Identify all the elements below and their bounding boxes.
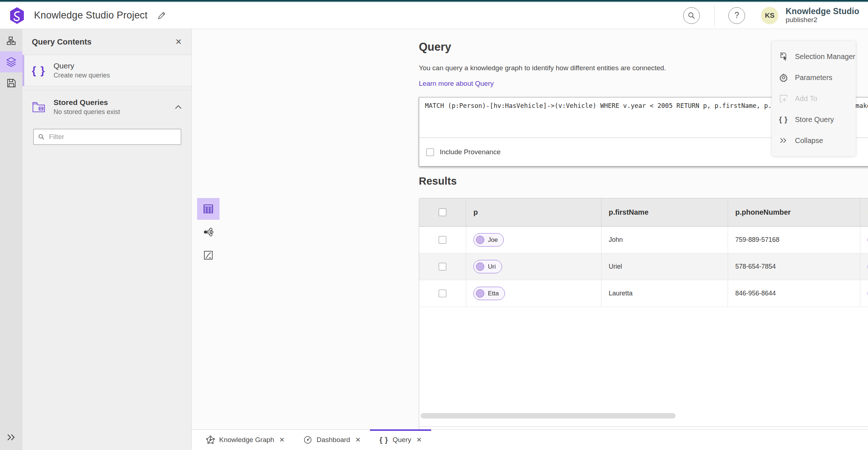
user-name: publisher2 bbox=[786, 16, 859, 24]
close-tab-icon[interactable]: ✕ bbox=[279, 436, 285, 444]
panel-item-query[interactable]: { } Query Create new queries bbox=[22, 55, 191, 86]
entity-pill[interactable]: Joe bbox=[473, 233, 504, 247]
close-icon[interactable]: ✕ bbox=[175, 37, 182, 47]
entity-dot-icon bbox=[476, 289, 484, 298]
learn-more-link[interactable]: Learn more about Query bbox=[419, 80, 494, 88]
collapse-label: Collapse bbox=[795, 136, 823, 145]
filter-field bbox=[33, 129, 181, 145]
graph-view-icon[interactable] bbox=[197, 221, 220, 243]
selection-manager-button[interactable]: Selection Manager bbox=[772, 46, 856, 67]
row-checkbox[interactable] bbox=[439, 263, 446, 270]
gear-icon bbox=[779, 73, 790, 82]
entity-pill[interactable]: Etta bbox=[473, 287, 505, 300]
parameters-button[interactable]: Parameters bbox=[772, 67, 856, 88]
add-to-button: Add To bbox=[772, 88, 856, 109]
app-logo-icon[interactable] bbox=[9, 7, 25, 25]
tab-label: Dashboard bbox=[316, 436, 350, 444]
entity-dot-icon bbox=[476, 236, 484, 244]
cell-phonenumber: 759-889-57168 bbox=[728, 227, 860, 253]
results-table-card: p p.firstName p.phoneNumber hv Joe John … bbox=[419, 198, 868, 450]
store-query-label: Store Query bbox=[795, 115, 834, 124]
header-divider bbox=[714, 5, 715, 26]
table-row[interactable]: Etta Lauretta 846-956-8644 →HasVehicle bbox=[419, 280, 868, 307]
entity-label: Uri bbox=[488, 263, 496, 270]
tab-label: Query bbox=[392, 436, 411, 444]
chevron-up-icon[interactable] bbox=[175, 105, 182, 109]
cell-firstname: John bbox=[601, 227, 728, 253]
query-page-title: Query bbox=[419, 41, 451, 54]
column-header-hv[interactable]: hv bbox=[860, 198, 868, 226]
table-row[interactable]: Uri Uriel 578-654-7854 →HasVehicle bbox=[419, 253, 868, 280]
selection-manager-label: Selection Manager bbox=[795, 52, 855, 61]
help-icon[interactable]: ? bbox=[728, 7, 745, 24]
braces-icon: { } bbox=[32, 64, 48, 77]
column-header-phonenumber[interactable]: p.phoneNumber bbox=[728, 198, 860, 226]
add-to-icon bbox=[779, 94, 790, 103]
stored-queries-subtitle: No stored queries exist bbox=[54, 108, 120, 116]
panel-title: Query Contents bbox=[32, 37, 92, 47]
braces-icon: { } bbox=[379, 436, 388, 444]
dashboard-icon bbox=[303, 436, 312, 444]
search-icon[interactable] bbox=[683, 7, 700, 24]
query-contents-panel: Query Contents ✕ { } Query Create new qu… bbox=[22, 29, 192, 450]
hierarchy-icon[interactable] bbox=[0, 30, 22, 51]
panel-item-stored-queries[interactable]: Stored Queries No stored queries exist bbox=[22, 92, 191, 122]
close-tab-icon[interactable]: ✕ bbox=[416, 436, 422, 444]
collapse-icon bbox=[779, 137, 790, 144]
filter-input[interactable] bbox=[49, 133, 176, 141]
horizontal-scrollbar[interactable] bbox=[421, 413, 676, 419]
tools-side-menu: Selection Manager Parameters Add To { } … bbox=[772, 41, 856, 156]
project-title: Knowledge Studio Project bbox=[34, 10, 148, 21]
cell-phonenumber: 578-654-7854 bbox=[728, 253, 860, 280]
knowledge-graph-icon bbox=[206, 436, 215, 444]
app-header: Knowledge Studio Project ? KS Knowledge … bbox=[0, 2, 868, 29]
store-query-button[interactable]: { } Store Query bbox=[772, 109, 856, 130]
parameters-label: Parameters bbox=[795, 73, 832, 82]
cell-firstname: Lauretta bbox=[601, 280, 728, 307]
include-provenance-checkbox[interactable] bbox=[426, 148, 434, 156]
add-to-label: Add To bbox=[795, 94, 817, 103]
query-item-title: Query bbox=[54, 62, 110, 70]
tab-label: Knowledge Graph bbox=[219, 436, 274, 444]
cell-firstname: Uriel bbox=[601, 253, 728, 280]
chart-view-icon[interactable] bbox=[197, 244, 220, 266]
expand-icon[interactable] bbox=[0, 433, 22, 441]
table-row[interactable]: Joe John 759-889-57168 →HasVehicle bbox=[419, 227, 868, 253]
selection-manager-icon bbox=[779, 52, 790, 61]
select-all-checkbox[interactable] bbox=[439, 209, 446, 216]
search-icon bbox=[38, 133, 44, 140]
braces-icon: { } bbox=[779, 115, 790, 124]
query-description: You can query a knowledge graph to ident… bbox=[419, 64, 666, 72]
row-checkbox[interactable] bbox=[439, 290, 446, 297]
entity-label: Joe bbox=[488, 236, 498, 244]
user-info[interactable]: Knowledge Studio publisher2 bbox=[786, 7, 859, 24]
stored-queries-title: Stored Queries bbox=[54, 98, 120, 107]
column-header-p[interactable]: p bbox=[466, 198, 601, 226]
left-icon-rail bbox=[0, 29, 22, 450]
table-view-icon[interactable] bbox=[197, 198, 220, 220]
entity-label: Etta bbox=[488, 290, 499, 297]
entity-pill[interactable]: Uri bbox=[473, 260, 502, 273]
folder-icon bbox=[32, 101, 48, 113]
close-tab-icon[interactable]: ✕ bbox=[355, 436, 361, 444]
table-header-row: p p.firstName p.phoneNumber hv bbox=[419, 198, 868, 227]
product-name: Knowledge Studio bbox=[786, 7, 859, 16]
main-content: Query You can query a knowledge graph to… bbox=[192, 29, 868, 429]
tab-dashboard[interactable]: Dashboard ✕ bbox=[294, 430, 370, 450]
results-view-toolbar bbox=[197, 198, 220, 268]
collapse-button[interactable]: Collapse bbox=[772, 130, 856, 151]
include-provenance-label: Include Provenance bbox=[440, 148, 501, 156]
tab-query[interactable]: { } Query ✕ bbox=[370, 430, 431, 450]
bottom-tab-bar: Knowledge Graph ✕ Dashboard ✕ { } Query … bbox=[192, 429, 868, 450]
edit-title-icon[interactable] bbox=[157, 11, 166, 20]
tab-knowledge-graph[interactable]: Knowledge Graph ✕ bbox=[197, 430, 294, 450]
save-icon[interactable] bbox=[0, 72, 22, 93]
results-title: Results bbox=[419, 175, 457, 187]
panel-header: Query Contents ✕ bbox=[22, 29, 191, 55]
row-checkbox[interactable] bbox=[439, 236, 446, 244]
avatar[interactable]: KS bbox=[761, 7, 778, 24]
cell-phonenumber: 846-956-8644 bbox=[728, 280, 860, 307]
column-header-firstname[interactable]: p.firstName bbox=[601, 198, 728, 226]
layers-icon[interactable] bbox=[0, 51, 22, 72]
query-item-subtitle: Create new queries bbox=[54, 72, 110, 79]
